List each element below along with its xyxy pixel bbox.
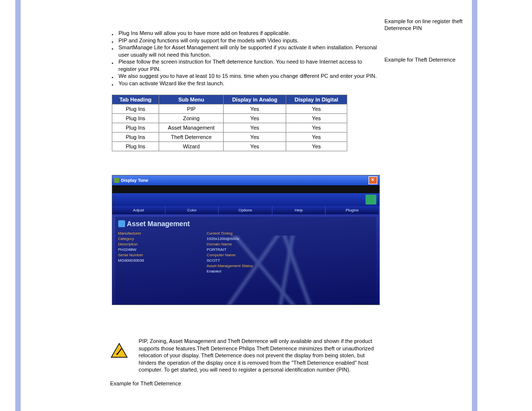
page-container: Plug Ins Menu will allow you to have mor… xyxy=(0,0,532,411)
feature-table: Tab Heading Sub Menu Display in Analog D… xyxy=(112,95,347,151)
field-label: Manufacturer xyxy=(118,231,207,236)
list-item: Please follow the screen instruction for… xyxy=(112,58,380,72)
app-icon xyxy=(114,178,119,183)
black-bar xyxy=(112,185,379,193)
sidebar-text-line3: Example for Theft Deterrence xyxy=(385,56,472,63)
td: Zoning xyxy=(159,114,224,123)
svg-point-0 xyxy=(116,353,118,355)
td: PIP xyxy=(159,104,224,114)
td: Plug Ins xyxy=(112,133,159,142)
td: Yes xyxy=(224,123,286,133)
table-row: Plug Ins PIP Yes Yes xyxy=(112,104,347,114)
list-item: PIP and Zoning functions will only suppo… xyxy=(112,37,380,44)
tab-bar: Adjust Color Options Help Plugins xyxy=(112,206,379,215)
example-theft-deterrence-label: Example for Theft Deterrence xyxy=(110,380,380,386)
tab-help[interactable]: Help xyxy=(272,206,326,214)
warning-triangle-icon xyxy=(110,342,128,358)
td: Yes xyxy=(286,114,347,123)
th-tab-heading: Tab Heading xyxy=(112,95,159,104)
panel-heading: Asset Management xyxy=(118,220,373,228)
table-row: Plug Ins Theft Deterrence Yes Yes xyxy=(112,133,347,142)
asset-panel: Asset Management Manufacturer Category D… xyxy=(115,217,376,305)
field-label: Description xyxy=(118,241,207,247)
td: Plug Ins xyxy=(112,114,159,123)
right-margin xyxy=(477,0,532,411)
tab-adjust[interactable]: Adjust xyxy=(112,206,166,214)
tab-color[interactable]: Color xyxy=(166,206,219,214)
th-display-digital: Display in Digital xyxy=(286,95,347,104)
td: Yes xyxy=(286,142,347,151)
table-row: Plug Ins Zoning Yes Yes xyxy=(112,114,347,123)
td: Wizard xyxy=(159,142,224,151)
sidebar-text-line1: Example for on line register theft xyxy=(385,18,472,25)
list-item: Plug Ins Menu will allow you to have mor… xyxy=(112,30,380,37)
right-sidebar: Example for on line register theft Deter… xyxy=(385,0,472,411)
window-title: Display Tune xyxy=(114,178,148,183)
asset-management-screenshot: Display Tune × Adjust Color Options Help… xyxy=(112,175,380,305)
field-value: MG800030038 xyxy=(118,258,207,263)
tab-options[interactable]: Options xyxy=(219,206,272,214)
td: Yes xyxy=(286,104,347,114)
window-titlebar: Display Tune × xyxy=(112,175,379,185)
td: Theft Deterrence xyxy=(159,133,224,142)
left-margin xyxy=(0,0,15,411)
sidebar-text-line2: Deterrence PIN xyxy=(385,25,472,32)
td: Yes xyxy=(224,142,286,151)
theft-deterrence-note: PIP, Zoning, Asset Management and Theft … xyxy=(110,338,380,374)
td: Plug Ins xyxy=(112,104,159,114)
left-stripe xyxy=(15,0,20,411)
td: Yes xyxy=(224,133,286,142)
th-sub-menu: Sub Menu xyxy=(159,95,224,104)
td: Asset Management xyxy=(159,123,224,133)
asset-icon xyxy=(118,220,125,227)
list-item: We also suggest you to have at least 10 … xyxy=(112,72,380,80)
th-display-analog: Display in Analog xyxy=(224,95,286,104)
td: Yes xyxy=(224,114,286,123)
close-button[interactable]: × xyxy=(368,176,377,184)
td: Plug Ins xyxy=(112,123,159,133)
window-title-text: Display Tune xyxy=(121,178,148,183)
table-header-row: Tab Heading Sub Menu Display in Analog D… xyxy=(112,95,347,104)
field-value: PH224BW xyxy=(118,247,207,252)
td: Yes xyxy=(286,133,347,142)
table-row: Plug Ins Wizard Yes Yes xyxy=(112,142,347,151)
warning-text: PIP, Zoning, Asset Management and Theft … xyxy=(139,338,380,374)
feature-notes-list: Plug Ins Menu will allow you to have mor… xyxy=(112,30,380,87)
td: Yes xyxy=(286,123,347,133)
presets-icon[interactable] xyxy=(366,195,376,205)
right-stripe xyxy=(472,0,477,411)
panel-heading-text: Asset Management xyxy=(127,220,190,228)
field-label: Category xyxy=(118,236,207,241)
panel-background-abstract xyxy=(194,236,371,305)
main-content: Plug Ins Menu will allow you to have mor… xyxy=(21,0,385,411)
list-item: SmartManage Lite for Asset Management wi… xyxy=(112,44,380,58)
left-column: Manufacturer Category Description PH224B… xyxy=(118,231,207,274)
td: Yes xyxy=(224,104,286,114)
tab-plugins[interactable]: Plugins xyxy=(326,206,379,214)
list-item: You can activate Wizard like the first l… xyxy=(112,80,380,87)
table-row: Plug Ins Asset Management Yes Yes xyxy=(112,123,347,133)
icon-bar xyxy=(112,193,379,206)
field-label: Serial Number xyxy=(118,252,207,258)
td: Plug Ins xyxy=(112,142,159,151)
